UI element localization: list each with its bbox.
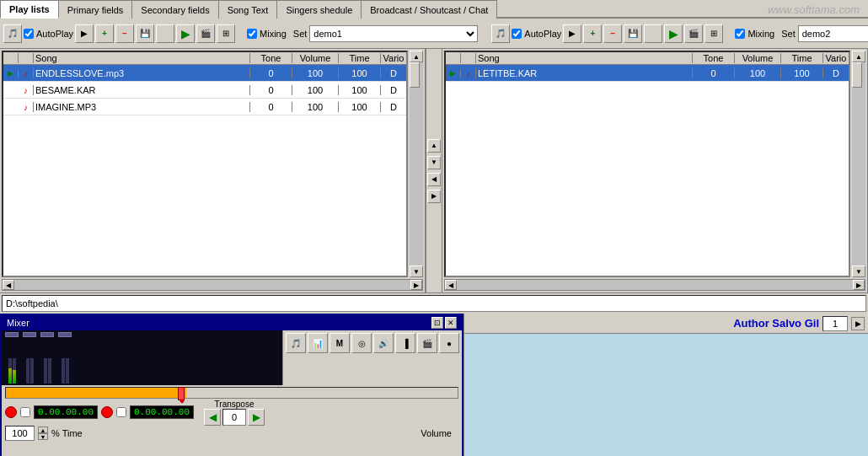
playlist2-autoplay-check[interactable]: AutoPlay (512, 29, 561, 39)
record-checkbox2[interactable] (116, 407, 126, 417)
fader-icon (58, 332, 72, 337)
scroll-left-btn[interactable]: ◀ (3, 280, 14, 290)
author-scroll-btn[interactable]: ▶ (851, 317, 865, 330)
author-header: Author Salvo Gil ▶ (464, 314, 868, 334)
tab-secondary-fields[interactable]: Secondary fields (131, 0, 218, 19)
mixer-restore-btn[interactable]: ⊡ (431, 317, 443, 329)
mixer-window: Mixer ⊡ ✕ (0, 314, 463, 456)
autoplay1-checkbox[interactable] (24, 29, 34, 39)
add1-btn[interactable]: + (95, 24, 114, 43)
remove1-btn[interactable]: − (115, 24, 134, 43)
mixer-title-buttons: ⊡ ✕ (431, 317, 457, 329)
add2-btn[interactable]: + (583, 24, 602, 43)
tab-broadcast[interactable]: Broadcast / Shoutcast / Chat (361, 0, 497, 19)
time-display2: 0.00.00.00 (130, 405, 194, 419)
playlist1-mixing-check[interactable]: Mixing (247, 29, 287, 39)
author-title: Author Salvo Gil (733, 317, 819, 330)
center-left-btn[interactable]: ◀ (427, 173, 441, 186)
center-divider: ▲ ▼ ◀ ▶ (426, 49, 442, 292)
center-down-btn[interactable]: ▼ (427, 156, 441, 169)
scroll-left-btn2[interactable]: ◀ (445, 280, 457, 290)
scroll-up-btn[interactable]: ▲ (410, 51, 423, 62)
row-song-name: BESAME.KAR (34, 85, 250, 95)
status-bar: D:\softpedia\ (2, 295, 866, 312)
mixing1-checkbox[interactable] (247, 29, 257, 39)
mixer-ball-btn[interactable]: ● (439, 333, 459, 353)
open2-btn[interactable] (644, 24, 662, 43)
open1-btn[interactable] (156, 24, 174, 43)
mixer-knob-btn[interactable]: ◎ (351, 333, 372, 353)
expand1-btn[interactable]: ⊞ (217, 24, 235, 43)
playlist2-mixing-check[interactable]: Mixing (735, 29, 774, 39)
channel-meters (8, 339, 16, 384)
set1-dropdown[interactable]: demo1 (309, 25, 478, 42)
row-tone: 0 (250, 102, 292, 112)
spin-down-btn[interactable]: ▼ (38, 433, 48, 440)
playlist2-table: Song Tone Volume Time Vario ▶ ♪ LETITBE.… (444, 51, 850, 277)
record-checkbox1[interactable] (20, 407, 30, 417)
music-note-icon: ♪ (24, 69, 28, 78)
playlist2-scrollbar-v: ▲ ▼ (852, 51, 865, 277)
scroll-thumb2[interactable] (852, 62, 862, 88)
mixer-m-btn[interactable]: M (330, 333, 350, 353)
mixer-vol-btn[interactable]: 🔊 (373, 333, 394, 353)
progress-thumb[interactable] (178, 387, 185, 400)
transpose-left-btn[interactable]: ◀ (204, 409, 221, 426)
autoplay2-checkbox[interactable] (512, 29, 522, 39)
fader-icon (5, 332, 19, 337)
autoplay1-label: AutoPlay (36, 29, 73, 39)
percent-input[interactable] (5, 426, 35, 441)
scroll-thumb[interactable] (410, 62, 420, 88)
play2-btn[interactable]: ▶ (563, 24, 581, 43)
center-right-btn[interactable]: ▶ (427, 190, 441, 203)
playing-arrow-icon: ▶ (8, 69, 13, 78)
header-icon2 (461, 53, 476, 63)
meter-bar (30, 358, 34, 384)
table-row[interactable]: ♪ IMAGINE.MP3 0 100 100 D (3, 99, 406, 115)
mixer-bar-btn[interactable]: ▐ (395, 333, 415, 353)
table-row[interactable]: ♪ BESAME.KAR 0 100 100 D (3, 82, 406, 99)
mixing2-checkbox[interactable] (735, 29, 745, 39)
meter-bar (48, 358, 51, 384)
spin-up-btn[interactable]: ▲ (38, 426, 48, 433)
scroll-up-btn2[interactable]: ▲ (852, 51, 865, 62)
play1-btn[interactable]: ▶ (75, 24, 94, 43)
tab-singers-shedule[interactable]: Singers shedule (276, 0, 362, 19)
table-row[interactable]: ▶ ♪ ENDLESSLOVE.mp3 0 100 100 D (3, 65, 406, 82)
playlist2-set-area: Set demo2 (781, 25, 868, 42)
save1-btn[interactable]: 💾 (136, 24, 154, 43)
play2-green-btn[interactable]: ▶ (664, 24, 683, 43)
table-row[interactable]: ▶ ♪ LETITBE.KAR 0 100 100 D (446, 65, 849, 82)
tab-primary-fields[interactable]: Primary fields (58, 0, 133, 19)
mixer-close-btn[interactable]: ✕ (445, 317, 457, 329)
playlist2-icon-btn[interactable]: 🎵 (491, 24, 510, 43)
transpose-right-btn[interactable]: ▶ (248, 409, 265, 426)
expand2-btn[interactable]: ⊞ (705, 24, 723, 43)
scroll-down-btn[interactable]: ▼ (410, 266, 423, 277)
playlist1-icon-btn[interactable]: 🎵 (3, 24, 22, 43)
remove2-btn[interactable]: − (603, 24, 622, 43)
scroll-right-btn[interactable]: ▶ (410, 280, 422, 290)
author-input[interactable] (822, 316, 848, 331)
row-play-indicator: ▶ (3, 69, 19, 78)
scroll-down-btn2[interactable]: ▼ (852, 266, 865, 277)
save2-btn[interactable]: 💾 (624, 24, 642, 43)
center-up-btn[interactable]: ▲ (427, 139, 441, 153)
row-time: 100 (781, 68, 823, 78)
meter-bar (62, 358, 65, 384)
mixer-wave-btn[interactable]: 🎵 (286, 333, 306, 353)
tab-playlists[interactable]: Play lists (0, 0, 59, 19)
play1-green-btn[interactable]: ▶ (176, 24, 195, 43)
scroll-track2 (852, 62, 865, 266)
mixer-cinema-btn[interactable]: 🎬 (417, 333, 437, 353)
playlist1-autoplay-check[interactable]: AutoPlay (24, 29, 73, 39)
mixer-eq-btn[interactable]: 📊 (308, 333, 328, 353)
mixer-title: Mixer (7, 318, 29, 328)
row-vari: D (381, 68, 406, 78)
film2-btn[interactable]: 🎬 (684, 24, 703, 43)
tab-song-text[interactable]: Song Text (218, 0, 278, 19)
scroll-right-btn2[interactable]: ▶ (853, 280, 865, 290)
film1-btn[interactable]: 🎬 (196, 24, 215, 43)
set2-dropdown[interactable]: demo2 (798, 25, 868, 42)
mixer-progress-bar[interactable] (5, 387, 458, 399)
